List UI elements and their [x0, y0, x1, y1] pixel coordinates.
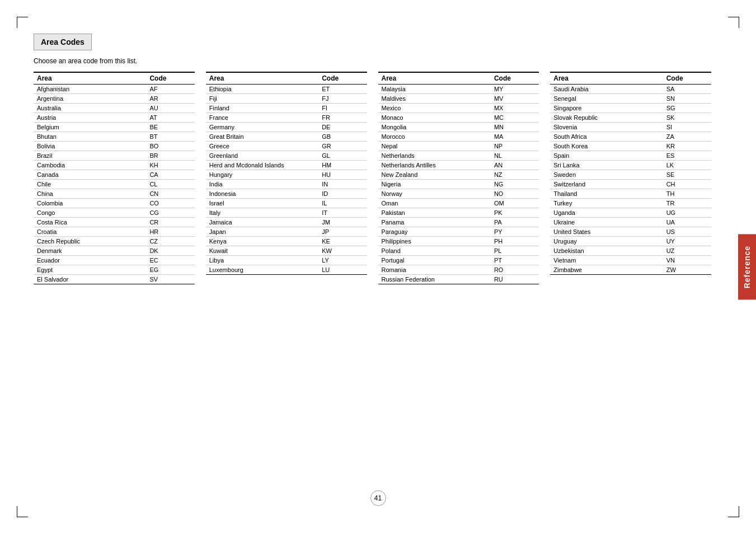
- cell-code: ES: [663, 151, 711, 161]
- table-row: ColombiaCO: [34, 199, 195, 208]
- corner-bottom-left: [17, 506, 28, 517]
- cell-area: Chile: [34, 180, 146, 189]
- cell-area: Norway: [378, 189, 491, 199]
- cell-area: Argentina: [34, 94, 146, 104]
- table-row: El SalvadorSV: [34, 275, 195, 284]
- table-row: Netherlands AntillesAN: [378, 161, 539, 170]
- cell-area: Uganda: [550, 208, 663, 218]
- cell-area: Netherlands: [378, 151, 491, 161]
- cell-code: CL: [146, 180, 194, 189]
- table-row: MalaysiaMY: [378, 85, 539, 94]
- table-row: Costa RicaCR: [34, 218, 195, 227]
- cell-area: United States: [550, 227, 663, 237]
- table-row: PhilippinesPH: [378, 237, 539, 246]
- cell-area: Ethiopia: [206, 85, 318, 94]
- table-row: South AfricaZA: [550, 132, 711, 142]
- section-header: Area Codes: [34, 34, 92, 50]
- table-row: KenyaKE: [206, 237, 367, 246]
- cell-code: BE: [146, 123, 194, 132]
- table-row: IndiaIN: [206, 180, 367, 189]
- table-row: ItalyIT: [206, 208, 367, 218]
- table-row: SwitzerlandCH: [550, 180, 711, 189]
- table-row: SenegalSN: [550, 94, 711, 104]
- col-code-2-header: Code: [318, 72, 367, 85]
- cell-code: LU: [318, 265, 367, 275]
- tables-wrapper: Area Code AfghanistanAFArgentinaARAustra…: [34, 72, 711, 284]
- table-row: SingaporeSG: [550, 104, 711, 113]
- cell-code: GB: [318, 132, 367, 142]
- cell-code: ID: [318, 189, 367, 199]
- cell-area: Slovak Republic: [550, 113, 663, 123]
- table-row: UzbekistanUZ: [550, 246, 711, 256]
- cell-code: CH: [663, 180, 711, 189]
- cell-area: Singapore: [550, 104, 663, 113]
- corner-top-right: [728, 17, 739, 28]
- table-row: JapanJP: [206, 227, 367, 237]
- cell-area: Greece: [206, 142, 318, 151]
- cell-area: Costa Rica: [34, 218, 146, 227]
- table-3: Area Code MalaysiaMYMaldivesMVMexicoMXMo…: [378, 72, 539, 284]
- table-row: CroatiaHR: [34, 227, 195, 237]
- col-code-4-header: Code: [663, 72, 711, 85]
- table-row: NigeriaNG: [378, 180, 539, 189]
- cell-code: HU: [318, 170, 367, 180]
- cell-code: KR: [663, 142, 711, 151]
- table-row: BelgiumBE: [34, 123, 195, 132]
- table-row: SloveniaSI: [550, 123, 711, 132]
- table-row: NetherlandsNL: [378, 151, 539, 161]
- cell-code: AF: [146, 85, 194, 94]
- cell-code: AR: [146, 94, 194, 104]
- cell-code: MV: [491, 94, 539, 104]
- cell-area: South Africa: [550, 132, 663, 142]
- col-area-3-header: Area: [378, 72, 491, 85]
- cell-code: NO: [491, 189, 539, 199]
- cell-code: NG: [491, 180, 539, 189]
- corner-bottom-right: [728, 506, 739, 517]
- col-area-4-header: Area: [550, 72, 663, 85]
- table-row: IsraelIL: [206, 199, 367, 208]
- cell-area: Sweden: [550, 170, 663, 180]
- cell-code: FR: [318, 113, 367, 123]
- cell-code: BT: [146, 132, 194, 142]
- cell-code: IN: [318, 180, 367, 189]
- cell-code: OM: [491, 199, 539, 208]
- table-row: UruguayUY: [550, 237, 711, 246]
- table-row: CongoCG: [34, 208, 195, 218]
- table-row: New ZealandNZ: [378, 170, 539, 180]
- cell-area: Spain: [550, 151, 663, 161]
- cell-area: El Salvador: [34, 275, 146, 284]
- cell-code: AT: [146, 113, 194, 123]
- table-row: JamaicaJM: [206, 218, 367, 227]
- page-number: 41: [370, 490, 386, 506]
- table-row: BhutanBT: [34, 132, 195, 142]
- cell-area: Egypt: [34, 265, 146, 275]
- cell-area: Austria: [34, 113, 146, 123]
- cell-code: SA: [663, 85, 711, 94]
- table-row: EthiopiaET: [206, 85, 367, 94]
- table-col-3: Area Code MalaysiaMYMaldivesMVMexicoMXMo…: [378, 72, 539, 284]
- cell-area: Philippines: [378, 237, 491, 246]
- cell-code: AN: [491, 161, 539, 170]
- cell-area: Sri Lanka: [550, 161, 663, 170]
- cell-code: CG: [146, 208, 194, 218]
- table-row: MaldivesMV: [378, 94, 539, 104]
- cell-code: CZ: [146, 237, 194, 246]
- table-row: FinlandFI: [206, 104, 367, 113]
- cell-area: Luxembourg: [206, 265, 318, 275]
- table-row: PakistanPK: [378, 208, 539, 218]
- col-code-3-header: Code: [491, 72, 539, 85]
- table-row: OmanOM: [378, 199, 539, 208]
- table-row: AustraliaAU: [34, 104, 195, 113]
- table-row: AfghanistanAF: [34, 85, 195, 94]
- table-row: United StatesUS: [550, 227, 711, 237]
- table-col-1: Area Code AfghanistanAFArgentinaARAustra…: [34, 72, 195, 284]
- corner-top-left: [17, 17, 28, 28]
- cell-code: MA: [491, 132, 539, 142]
- table-row: EgyptEG: [34, 265, 195, 275]
- cell-area: Malaysia: [378, 85, 491, 94]
- cell-code: ZA: [663, 132, 711, 142]
- cell-code: ET: [318, 85, 367, 94]
- cell-area: Oman: [378, 199, 491, 208]
- cell-area: Portugal: [378, 256, 491, 265]
- table-row: Sri LankaLK: [550, 161, 711, 170]
